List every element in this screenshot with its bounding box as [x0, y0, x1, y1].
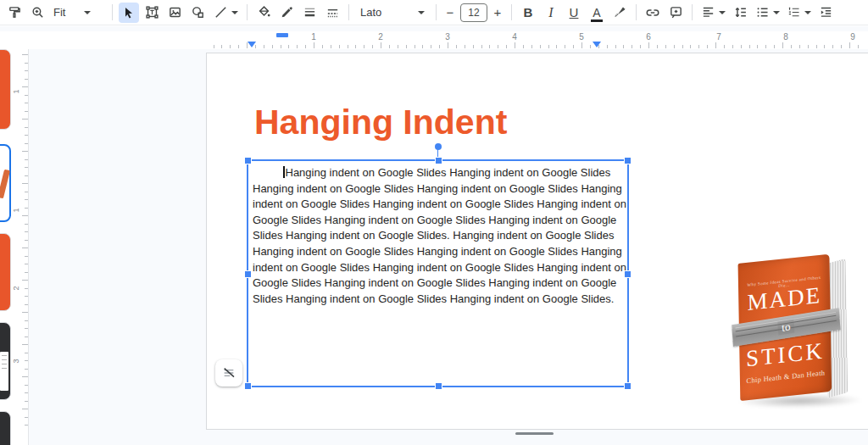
ruler-tick	[531, 45, 532, 48]
zoom-mode-select[interactable]: Fit	[50, 3, 106, 23]
zoom-button[interactable]	[27, 3, 47, 23]
right-indent-marker[interactable]	[593, 42, 601, 47]
increase-font-size-button[interactable]: +	[490, 3, 505, 23]
slide-page[interactable]: Hanging Indent Hanging indent on Google …	[206, 53, 868, 430]
bulleted-list-button[interactable]	[753, 3, 782, 23]
slide-thumbnail-1[interactable]	[0, 49, 11, 130]
ruler-tick	[640, 45, 641, 48]
ruler-tick	[698, 45, 699, 48]
shape-tool-button[interactable]	[187, 3, 208, 23]
divider	[511, 4, 512, 20]
horizontal-ruler[interactable]: 123456789	[0, 31, 868, 49]
slide-canvas[interactable]: Hanging Indent Hanging indent on Google …	[28, 49, 868, 445]
chevron-down-icon	[804, 11, 811, 14]
plus-icon: +	[494, 5, 502, 19]
ruler-tick	[22, 86, 28, 87]
resize-handle-se[interactable]	[624, 382, 632, 390]
resize-handle-w[interactable]	[244, 270, 252, 278]
slide-thumbnail-5[interactable]	[0, 411, 11, 445]
ruler-tick	[25, 111, 28, 112]
resize-handle-ne[interactable]	[624, 157, 632, 164]
slide-thumbnail-4[interactable]	[0, 322, 11, 400]
resize-handle-e[interactable]	[624, 270, 632, 278]
chevron-down-icon	[773, 11, 780, 14]
ruler-tick	[25, 288, 28, 289]
slide-thumbnail-2[interactable]	[0, 144, 11, 222]
ruler-tick	[281, 45, 281, 48]
italic-button[interactable]: I	[541, 3, 561, 23]
slide-title[interactable]: Hanging Indent	[254, 103, 507, 142]
font-size-input[interactable]: 12	[460, 3, 487, 22]
rotation-handle[interactable]	[435, 143, 442, 150]
horizontal-scrollbar-thumb[interactable]	[515, 432, 554, 435]
divider	[636, 4, 637, 20]
insert-link-button[interactable]	[643, 3, 663, 23]
ruler-tick	[25, 231, 28, 232]
ruler-tick	[355, 45, 356, 48]
vertical-ruler[interactable]: 1123	[13, 49, 29, 445]
first-line-indent-marker[interactable]	[276, 33, 288, 37]
ruler-tick	[25, 401, 28, 402]
bold-button[interactable]: B	[518, 3, 538, 23]
ruler-tick	[398, 45, 398, 48]
decrease-font-size-button[interactable]: −	[442, 3, 458, 23]
chevron-down-icon	[84, 11, 91, 14]
border-dash-button[interactable]	[322, 3, 342, 23]
ruler-tick	[665, 45, 666, 48]
numbered-list-button[interactable]	[784, 3, 813, 23]
ruler-tick	[22, 183, 28, 184]
ruler-number: 3	[12, 359, 20, 363]
ruler-tick	[816, 45, 817, 48]
slide-filmstrip[interactable]	[0, 49, 13, 445]
underline-button[interactable]: U	[564, 3, 584, 23]
ruler-tick	[22, 248, 28, 248]
highlight-color-button[interactable]	[609, 3, 630, 23]
ruler-tick	[523, 45, 524, 48]
ruler-tick	[25, 240, 28, 241]
resize-handle-sw[interactable]	[244, 382, 252, 390]
chevron-down-icon	[719, 11, 726, 14]
ruler-tick	[22, 312, 28, 313]
thumbnail-content	[0, 352, 8, 391]
comment-add-icon	[669, 5, 683, 19]
ruler-tick	[808, 45, 809, 48]
border-dash-icon	[326, 5, 340, 19]
align-button[interactable]	[698, 3, 727, 23]
font-size-value: 12	[468, 7, 479, 19]
ruler-number: 5	[579, 32, 584, 42]
text-color-button[interactable]: A	[587, 3, 607, 23]
ruler-tick	[607, 45, 608, 48]
line-tool-button[interactable]	[210, 3, 241, 23]
indent-button[interactable]	[815, 3, 836, 23]
cursor-icon	[122, 6, 136, 19]
ruler-tick	[581, 42, 582, 48]
numbered-list-icon	[787, 5, 801, 19]
insert-image-button[interactable]	[164, 3, 185, 23]
ruler-tick	[841, 45, 842, 48]
paint-roller-icon	[8, 5, 22, 19]
border-weight-button[interactable]	[299, 3, 320, 23]
ruler-number: 1	[12, 89, 20, 93]
textbox-tool-button[interactable]	[142, 3, 162, 23]
resize-handle-s[interactable]	[435, 382, 442, 390]
ruler-tick	[25, 143, 28, 144]
textbox-selection[interactable]	[247, 159, 629, 387]
slide-thumbnail-3[interactable]	[0, 233, 11, 311]
border-color-button[interactable]	[276, 3, 297, 23]
ruler-number: 9	[850, 32, 855, 42]
shapes-icon	[191, 5, 205, 19]
fill-color-button[interactable]	[253, 3, 274, 23]
add-comment-button[interactable]	[665, 3, 686, 23]
format-painter-button[interactable]	[4, 3, 25, 23]
select-tool-button[interactable]	[119, 3, 139, 23]
resize-handle-n[interactable]	[435, 157, 442, 164]
book-image[interactable]: Why Some Ideas Survive and Others Die...…	[737, 253, 863, 416]
left-indent-marker[interactable]	[248, 42, 256, 47]
ruler-tick	[540, 45, 541, 48]
resize-handle-nw[interactable]	[244, 157, 252, 164]
line-spacing-button[interactable]	[730, 3, 750, 23]
font-family-select[interactable]: Lato	[355, 3, 430, 23]
ruler-tick	[25, 369, 28, 370]
autofit-options-button[interactable]	[215, 359, 242, 387]
ruler-tick	[832, 45, 833, 48]
